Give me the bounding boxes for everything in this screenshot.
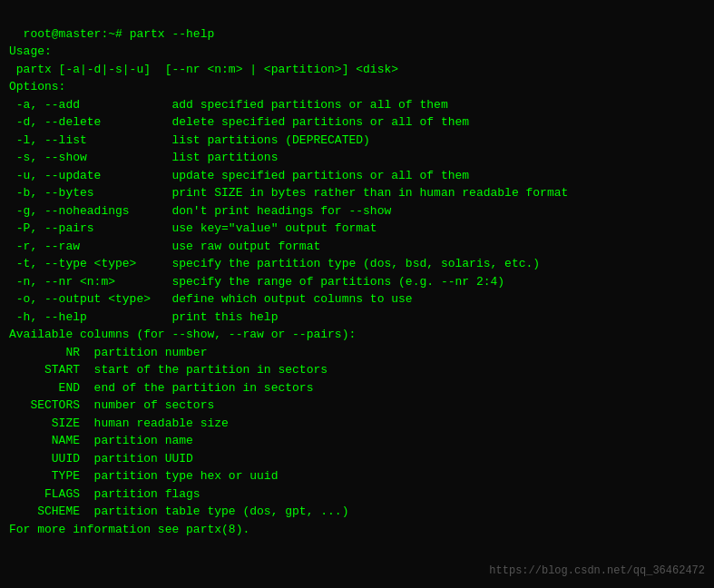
terminal-line: NR partition number <box>9 344 705 362</box>
terminal-line: NAME partition name <box>9 432 705 450</box>
terminal-line: SIZE human readable size <box>9 415 705 433</box>
terminal-lines: Usage: partx [-a|-d|-s|-u] [--nr <n:m> |… <box>9 43 705 538</box>
watermark: https://blog.csdn.net/qq_36462472 <box>489 563 705 579</box>
terminal-line: partx [-a|-d|-s|-u] [--nr <n:m> | <parti… <box>9 61 705 79</box>
terminal-output: root@master:~# partx --help <box>9 7 705 43</box>
terminal-line: -r, --raw use raw output format <box>9 238 705 256</box>
terminal-line: -s, --show list partitions <box>9 149 705 167</box>
terminal-line: SCHEME partition table type (dos, gpt, .… <box>9 503 705 521</box>
terminal-line: -P, --pairs use key="value" output forma… <box>9 220 705 238</box>
terminal-line: UUID partition UUID <box>9 450 705 468</box>
terminal-line: START start of the partition in sectors <box>9 361 705 379</box>
terminal-line: For more information see partx(8). <box>9 521 705 539</box>
terminal-line: -b, --bytes print SIZE in bytes rather t… <box>9 184 705 202</box>
terminal-line: END end of the partition in sectors <box>9 379 705 397</box>
terminal-line: -a, --add add specified partitions or al… <box>9 96 705 114</box>
terminal-line: SECTORS number of sectors <box>9 397 705 415</box>
terminal-line: -u, --update update specified partitions… <box>9 167 705 185</box>
terminal-line: Usage: <box>9 43 705 61</box>
terminal-line: -g, --noheadings don't print headings fo… <box>9 202 705 220</box>
terminal-line: -n, --nr <n:m> specify the range of part… <box>9 273 705 291</box>
terminal-line: FLAGS partition flags <box>9 485 705 504</box>
terminal-line: Options: <box>9 78 705 96</box>
terminal-line: -t, --type <type> specify the partition … <box>9 255 705 273</box>
terminal-line: -l, --list list partitions (DEPRECATED) <box>9 132 705 150</box>
terminal-line: -d, --delete delete specified partitions… <box>9 113 705 132</box>
prompt-line: root@master:~# partx --help <box>24 27 215 41</box>
terminal-line: -h, --help print this help <box>9 309 705 327</box>
terminal-line: TYPE partition type hex or uuid <box>9 467 705 485</box>
terminal-line: Available columns (for --show, --raw or … <box>9 326 705 344</box>
terminal-line: -o, --output <type> define which output … <box>9 290 705 309</box>
